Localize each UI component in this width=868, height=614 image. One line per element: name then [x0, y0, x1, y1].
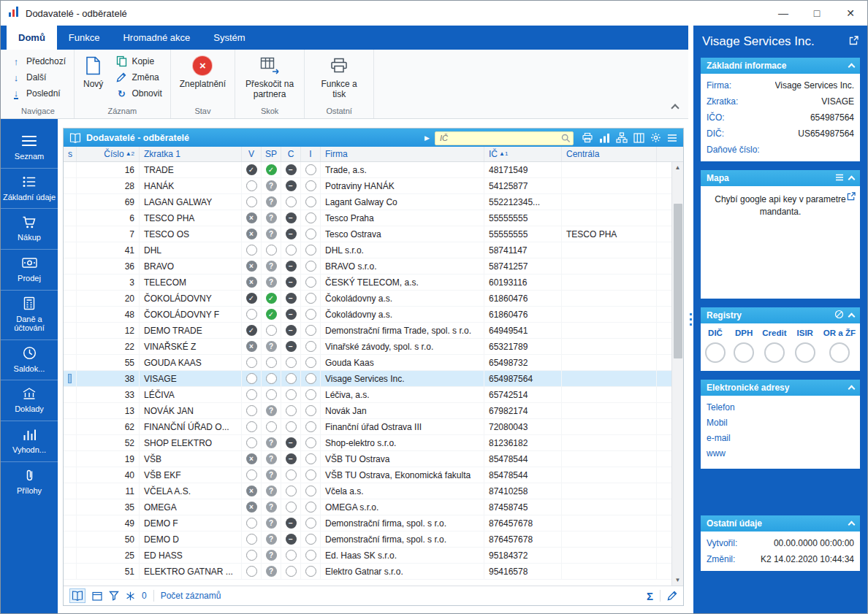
column-header-zkratka1[interactable]: Zkratka 1	[140, 147, 242, 161]
edit-record-icon[interactable]	[667, 591, 677, 601]
table-row[interactable]: 55GOUDA KAASGouda Kaas65498732	[64, 355, 683, 371]
scroll-up-icon[interactable]: ▲	[675, 162, 681, 173]
vertical-scrollbar[interactable]: ▲ ▼	[671, 162, 683, 586]
scroll-down-icon[interactable]: ▼	[675, 575, 681, 586]
table-row[interactable]: 13NOVÁK JAN?Novák Jan67982174	[64, 403, 683, 419]
scrollbar-thumb[interactable]	[674, 204, 682, 358]
table-row[interactable]: 3TELECOM×?−ČESKÝ TELECOM, a.s.60193116	[64, 275, 683, 291]
play-icon[interactable]: ▶	[425, 134, 430, 142]
column-header-sp[interactable]: SP	[262, 147, 281, 161]
circle-slash-icon[interactable]	[834, 310, 844, 321]
table-row[interactable]: 40VŠB EKF?VŠB TU Ostrava, Ekonomická fak…	[64, 467, 683, 483]
new-button[interactable]: Nový	[80, 52, 106, 89]
sidebar-item-saldokonto[interactable]: Saldok...	[1, 339, 58, 380]
sidebar-item-prilohy[interactable]: Přílohy	[1, 461, 58, 502]
refresh-button[interactable]: ↻ Obnovit	[113, 86, 164, 101]
copy-button[interactable]: Kopie	[113, 54, 164, 69]
collapse-icon[interactable]	[848, 521, 856, 529]
settings-icon[interactable]	[650, 132, 661, 143]
sidebar-item-doklady[interactable]: Doklady	[1, 380, 58, 421]
search-input[interactable]	[435, 131, 574, 145]
jump-to-partner-button[interactable]: Přeskočit na partnera	[241, 52, 298, 100]
registry-item-or-a-f[interactable]: OR a ŽF	[823, 329, 856, 363]
collapse-icon[interactable]	[848, 385, 856, 393]
panel-splitter[interactable]	[688, 26, 693, 613]
address-link-www[interactable]: www	[707, 446, 854, 461]
edit-button[interactable]: Změna	[113, 70, 164, 85]
column-header-firma[interactable]: Firma	[321, 147, 484, 161]
section-header-adresy[interactable]: Elektronické adresy	[701, 380, 860, 396]
table-row[interactable]: 38VISAGEVisage Services Inc.654987564	[64, 371, 683, 387]
panel-view-icon[interactable]	[92, 591, 102, 601]
address-link-telefon[interactable]: Telefon	[707, 400, 854, 415]
collapse-icon[interactable]	[848, 176, 856, 183]
registry-item-isir[interactable]: ISIR	[795, 329, 815, 363]
column-header-ic[interactable]: IČ▲1	[484, 147, 562, 161]
next-button[interactable]: ↓ Další	[8, 70, 68, 85]
sidebar-item-seznam[interactable]: Seznam	[1, 128, 58, 168]
table-row[interactable]: 62FINANČNÍ ÚŘAD O...Finanční úřad Ostrav…	[64, 419, 683, 435]
functions-print-button[interactable]: Funkce a tisk	[311, 52, 368, 100]
column-header-c[interactable]: C	[281, 147, 301, 161]
collapse-icon[interactable]	[848, 313, 856, 321]
table-row[interactable]: 51ELEKTRO GATNAR ...?Elektro Gatnar s.r.…	[64, 564, 683, 580]
table-row[interactable]: 11VČELA A.S.×?Včela a.s.87410258	[64, 483, 683, 499]
book-view-icon[interactable]	[69, 588, 85, 603]
section-header-ostatni[interactable]: Ostatní údaje	[701, 515, 860, 532]
column-header-s[interactable]: s	[64, 147, 77, 161]
sidebar-item-zakladni-udaje[interactable]: Základní údaje	[1, 168, 58, 209]
table-row[interactable]: 25ED HASS?Ed. Haas SK s.r.o.95184372	[64, 548, 683, 564]
table-row[interactable]: 12DEMO TRADE✓−Demonstrační firma Trade, …	[64, 323, 683, 339]
table-row[interactable]: 41DHLDHL s.r.o.58741147	[64, 242, 683, 258]
tab-hromadne-akce[interactable]: Hromadné akce	[111, 26, 202, 50]
filter-icon[interactable]	[109, 591, 119, 601]
table-row[interactable]: 52SHOP ELEKTRO?−Shop-elektro s.r.o.81236…	[64, 435, 683, 451]
table-row[interactable]: 19VŠB×?−VŠB TU Ostrava85478544	[64, 451, 683, 467]
expand-panel-icon[interactable]	[849, 34, 859, 49]
column-header-cislo[interactable]: Číslo▲2	[77, 147, 140, 161]
registry-item-credit[interactable]: Credit	[762, 329, 786, 363]
section-header-zakladni[interactable]: Základní informace	[701, 58, 860, 74]
previous-button[interactable]: ↑ Předchozí	[8, 54, 68, 69]
menu-icon[interactable]	[667, 134, 677, 142]
table-row[interactable]: 50DEMO D?−Demonstrační firma, spol. s r.…	[64, 532, 683, 548]
address-link-e-mail[interactable]: e-mail	[707, 431, 854, 446]
last-button[interactable]: ↓ Poslední	[8, 86, 68, 101]
table-row[interactable]: 22VINAŘSKÉ Z×?−Vinařské závody, spol. s …	[64, 339, 683, 355]
table-row[interactable]: 16TRADE✓✓−Trade, a.s.48171549	[64, 162, 683, 178]
tab-funkce[interactable]: Funkce	[57, 26, 112, 50]
registry-item-dph[interactable]: DPH	[734, 329, 754, 363]
table-row[interactable]: 69LAGAN GALWAY?Lagant Galway Co552212345…	[64, 194, 683, 210]
map-menu-icon[interactable]	[835, 173, 844, 183]
section-header-registry[interactable]: Registry	[701, 307, 860, 323]
tab-domu[interactable]: Domů	[7, 26, 57, 50]
collapse-icon[interactable]	[848, 64, 856, 71]
column-header-centrala[interactable]: Centrála	[562, 147, 657, 161]
table-row[interactable]: 6TESCO PHA×?−Tesco Praha55555555	[64, 210, 683, 226]
table-row[interactable]: 49DEMO F?−Demonstrační firma, spol. s r.…	[64, 515, 683, 532]
columns-icon[interactable]	[633, 133, 644, 143]
table-row[interactable]: 33LÉČIVALéčiva, a.s.65742514	[64, 387, 683, 403]
table-row[interactable]: 36BRAVO×?−BRAVO s.r.o.58741257	[64, 258, 683, 275]
minimize-button[interactable]: —	[766, 1, 800, 26]
table-row[interactable]: 7TESCO OS×?−Tesco Ostrava55555555TESCO P…	[64, 226, 683, 242]
chart-icon[interactable]	[599, 133, 610, 143]
sidebar-item-nakup[interactable]: Nákup	[1, 208, 58, 249]
column-header-v[interactable]: V	[242, 147, 262, 161]
collapse-ribbon-icon[interactable]	[671, 104, 679, 112]
address-link-mobil[interactable]: Mobil	[707, 415, 854, 431]
relations-icon[interactable]	[616, 132, 628, 143]
registry-item-di[interactable]: DIČ	[705, 329, 726, 363]
print-icon[interactable]	[582, 132, 593, 143]
snowflake-icon[interactable]	[126, 591, 135, 601]
table-row[interactable]: 35OMEGA×?OMEGA s.r.o.87458745	[64, 499, 683, 515]
table-row[interactable]: 48ČOKOLÁDOVNY F✓−Čokoládovny a.s.6186047…	[64, 307, 683, 323]
maximize-button[interactable]: □	[800, 1, 834, 26]
sidebar-item-prodej[interactable]: Prodej	[1, 249, 58, 290]
table-row[interactable]: 20ČOKOLÁDOVNY✓✓−Čokoládovny a.s.61860476	[64, 291, 683, 307]
tab-system[interactable]: Systém	[202, 26, 256, 50]
section-header-mapa[interactable]: Mapa	[701, 170, 860, 186]
sidebar-item-dane-a-uctovani[interactable]: Daně a účtování	[1, 290, 58, 339]
table-row[interactable]: 28HANÁK?−Potraviny HANÁK54125877	[64, 178, 683, 194]
invalidate-button[interactable]: × Zneplatnění	[177, 52, 229, 89]
